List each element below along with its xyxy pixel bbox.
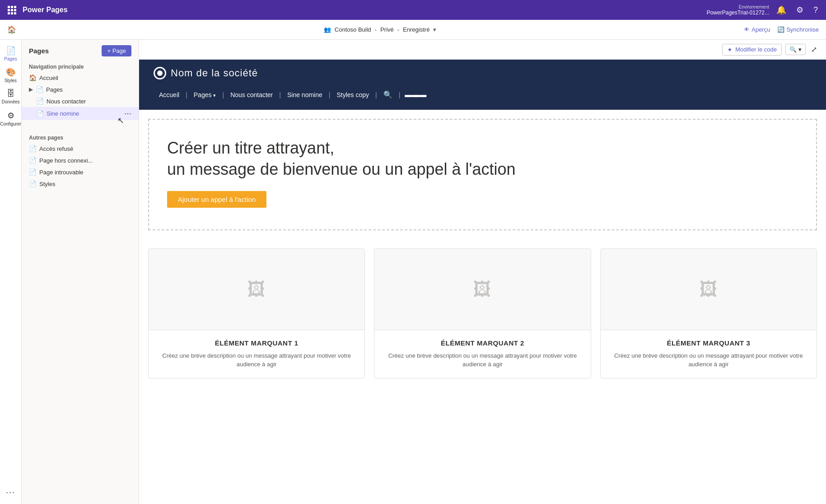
nav-principale-title: Navigation principale xyxy=(22,60,139,72)
top-bar: Power Pages Environnement PowerPagesTria… xyxy=(0,0,826,20)
nous-contacter-label: Nous contacter xyxy=(47,98,131,105)
nav-item-acces-refuse[interactable]: 📄 Accès refusé xyxy=(22,143,139,154)
main-layout: 📄 Pages 🎨 Styles 🗄 Données ⚙ Configurer … xyxy=(0,40,826,504)
hero-section: Créer un titre attrayant, un message de … xyxy=(148,119,817,230)
site-info: 👥 Contoso Build - Privé - Enregistré ▾ xyxy=(324,26,437,33)
bars-icon[interactable]: ▬▬▬ xyxy=(401,89,430,101)
image-placeholder-icon-2: 🖼 xyxy=(473,279,491,299)
features-grid: 🖼 ÉLÉMENT MARQUANT 1 Créez une brève des… xyxy=(148,248,817,378)
sine-nomine-icon: 📄 xyxy=(36,110,44,117)
more-icon: ··· xyxy=(6,488,15,497)
sidebar-item-more[interactable]: ··· xyxy=(1,484,21,504)
nav-item-page-introuvable[interactable]: 📄 Page introuvable xyxy=(22,166,139,178)
features-section: 🖼 ÉLÉMENT MARQUANT 1 Créez une brève des… xyxy=(148,239,817,387)
users-icon: 👥 xyxy=(324,26,331,33)
nav-styles-copy[interactable]: Styles copy xyxy=(331,89,374,100)
pages-panel-header: Pages + Page xyxy=(22,45,139,60)
feature-content-3: ÉLÉMENT MARQUANT 3 Créez une brève descr… xyxy=(601,330,817,378)
styles-label: Styles xyxy=(5,78,17,83)
site-nav: Accueil | Pages | Nous contacter | Sine … xyxy=(154,85,812,103)
page-hors-connexion-label: Page hors connexi... xyxy=(39,157,131,164)
nav-item-accueil[interactable]: 🏠 Accueil xyxy=(22,72,139,84)
search-icon[interactable]: 🔍 xyxy=(378,89,398,101)
feature-img-3: 🖼 xyxy=(601,249,817,330)
zoom-button[interactable]: 🔍 ▾ xyxy=(785,44,806,55)
donnees-label: Données xyxy=(1,99,19,104)
modify-code-button[interactable]: ✦ Modifier le code xyxy=(722,44,782,56)
notification-icon[interactable]: 🔔 xyxy=(774,5,789,15)
expand-icon[interactable]: ⤢ xyxy=(809,43,819,56)
nav-item-pages[interactable]: ▶ 📄 Pages xyxy=(22,84,139,95)
home-icon[interactable]: 🏠 xyxy=(7,25,16,34)
code-icon: ✦ xyxy=(727,46,733,53)
nav-item-nous-contacter[interactable]: 📄 Nous contacter xyxy=(22,95,139,107)
styles-nav-icon: 📄 xyxy=(29,180,37,187)
nav-item-page-hors-connexion[interactable]: 📄 Page hors connexi... xyxy=(22,154,139,166)
feature-content-1: ÉLÉMENT MARQUANT 1 Créez une brève descr… xyxy=(149,330,364,378)
styles-nav-label: Styles xyxy=(39,181,131,187)
sidebar-item-pages[interactable]: 📄 Pages xyxy=(1,43,21,63)
eye-icon: 👁 xyxy=(744,26,750,33)
sine-nomine-label: Sine nomine xyxy=(47,110,121,117)
site-header: Nom de la société Accueil | Pages | Nous… xyxy=(139,60,826,110)
feature-img-2: 🖼 xyxy=(374,249,590,330)
sidebar-item-configurer[interactable]: ⚙ Configurer xyxy=(1,108,21,128)
pages-label: Pages xyxy=(4,56,17,61)
zoom-icon: 🔍 xyxy=(789,46,797,53)
hero-title: Créer un titre attrayant, un message de … xyxy=(167,138,798,180)
chevron-down-icon: ▾ xyxy=(798,46,802,53)
separator2: - xyxy=(397,26,399,33)
app-title: Power Pages xyxy=(23,6,68,14)
image-placeholder-icon-1: 🖼 xyxy=(247,279,266,299)
settings-icon[interactable]: ⚙ xyxy=(793,5,806,15)
feature-card-2: 🖼 ÉLÉMENT MARQUANT 2 Créez une brève des… xyxy=(374,248,591,378)
config-icon: ⚙ xyxy=(7,111,14,121)
logo-inner xyxy=(157,70,163,76)
canvas-toolbar: ✦ Modifier le code 🔍 ▾ ⤢ xyxy=(139,40,826,60)
page-introuvable-icon: 📄 xyxy=(29,168,37,176)
waffle-menu[interactable] xyxy=(5,4,18,16)
feature-content-2: ÉLÉMENT MARQUANT 2 Créez une brève descr… xyxy=(374,330,590,378)
pages-panel: Pages + Page Navigation principale 🏠 Acc… xyxy=(22,40,139,504)
second-bar: 🏠 👥 Contoso Build - Privé - Enregistré ▾… xyxy=(0,20,826,40)
accueil-label: Accueil xyxy=(39,75,131,81)
page-hors-connexion-icon: 📄 xyxy=(29,157,37,164)
hero-cta-button[interactable]: Ajouter un appel à l'action xyxy=(167,191,266,208)
autres-pages-title: Autres pages xyxy=(22,131,139,143)
add-page-button[interactable]: + Page xyxy=(102,45,131,56)
site-name: Nom de la société xyxy=(171,67,258,79)
nous-contacter-icon: 📄 xyxy=(36,98,44,105)
dropdown-chevron-icon[interactable]: ▾ xyxy=(433,26,436,33)
privacy-label: Privé xyxy=(380,26,394,33)
pages-nav-icon: 📄 xyxy=(36,86,43,93)
nav-item-sine-nomine[interactable]: 📄 Sine nomine ⋯ ↖ xyxy=(22,107,139,120)
site-name: Contoso Build xyxy=(335,26,371,33)
feature-title-2: ÉLÉMENT MARQUANT 2 xyxy=(382,339,583,347)
more-options-icon[interactable]: ⋯ xyxy=(124,109,131,118)
nav-accueil[interactable]: Accueil xyxy=(154,89,185,100)
sidebar-item-donnees[interactable]: 🗄 Données xyxy=(1,87,21,107)
site-logo: Nom de la société xyxy=(154,67,812,79)
pages-nav-label: Pages xyxy=(46,86,131,93)
chevron-right-icon: ▶ xyxy=(29,86,33,93)
nav-item-styles[interactable]: 📄 Styles xyxy=(22,178,139,190)
nav-nous-contacter[interactable]: Nous contacter xyxy=(225,89,278,100)
page-introuvable-label: Page introuvable xyxy=(39,169,131,176)
feature-card-3: 🖼 ÉLÉMENT MARQUANT 3 Créez une brève des… xyxy=(600,248,817,378)
acces-refuse-label: Accès refusé xyxy=(39,145,131,152)
canvas-area: ✦ Modifier le code 🔍 ▾ ⤢ Nom de la socié… xyxy=(139,40,826,504)
data-icon: 🗄 xyxy=(7,89,15,98)
nav-pages[interactable]: Pages xyxy=(188,89,222,100)
website-canvas: Nom de la société Accueil | Pages | Nous… xyxy=(139,60,826,504)
nav-sine-nomine[interactable]: Sine nomine xyxy=(282,89,328,100)
sync-button[interactable]: 🔄 Synchronise xyxy=(777,26,819,33)
help-icon[interactable]: ? xyxy=(811,5,821,15)
sidebar-item-styles[interactable]: 🎨 Styles xyxy=(1,65,21,85)
apercu-button[interactable]: 👁 Aperçu xyxy=(744,26,770,33)
environment-info: Environnement PowerPagesTrial-01272... xyxy=(707,5,769,16)
pages-icon: 📄 xyxy=(6,46,16,56)
second-bar-right: 👁 Aperçu 🔄 Synchronise xyxy=(744,26,819,33)
styles-icon: 🎨 xyxy=(6,67,16,77)
feature-desc-1: Créez une brève description ou un messag… xyxy=(156,351,357,369)
feature-desc-2: Créez une brève description ou un messag… xyxy=(382,351,583,369)
